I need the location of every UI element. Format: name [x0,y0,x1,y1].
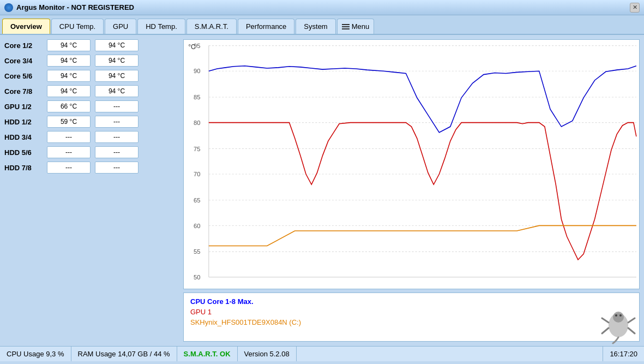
gecko-logo [599,306,637,344]
version-label: Version 5.2.08 [244,350,290,358]
sensor-row-3: Core 7/894 °C94 °C [4,85,179,97]
sensor-row-7: HDD 5/6------ [4,146,179,158]
sensor-row-1: Core 3/494 °C94 °C [4,55,179,67]
sensor-label-8: HDD 7/8 [4,164,43,172]
chart-container: °C 95 90 85 80 75 70 [183,39,640,289]
tab-overview[interactable]: Overview [2,19,50,34]
menu-button[interactable]: Menu [337,19,375,34]
sensor-label-2: Core 5/6 [4,72,43,80]
nav-bar: Overview CPU Temp. GPU HD Temp. S.M.A.R.… [0,15,644,35]
sensor-label-6: HDD 3/4 [4,133,43,141]
tab-hd-temp[interactable]: HD Temp. [137,19,185,34]
sensor-val2-3: 94 °C [95,85,139,97]
sensor-row-5: HDD 1/259 °C--- [4,116,179,128]
menu-label: Menu [352,22,370,31]
svg-point-31 [619,314,622,317]
svg-line-29 [628,328,635,333]
status-bar: CPU Usage 9,3 % RAM Usage 14,07 GB / 44 … [0,346,644,361]
sensor-val2-8: --- [95,162,139,174]
sensor-row-4: GPU 1/266 °C--- [4,100,179,112]
sensor-row-2: Core 5/694 °C94 °C [4,70,179,82]
sensor-val1-4: 66 °C [47,100,91,112]
version-segment: Version 5.2.08 [238,347,297,361]
sensor-row-8: HDD 7/8------ [4,162,179,174]
sensor-val2-2: 94 °C [95,70,139,82]
hamburger-icon [342,24,350,29]
main-content: Core 1/294 °C94 °CCore 3/494 °C94 °CCore… [0,35,644,346]
cpu-usage-segment: CPU Usage 9,3 % [0,347,71,361]
sensor-val2-7: --- [95,146,139,158]
legend-hdd: SKHynix_HFS001TDE9X084N (C:) [190,318,633,326]
window-title: Argus Monitor - NOT REGISTERED [16,3,134,11]
title-bar-left: Argus Monitor - NOT REGISTERED [4,3,134,12]
sensor-val1-0: 94 °C [47,39,91,51]
legend-area: CPU Core 1-8 Max. GPU 1 SKHynix_HFS001TD… [183,293,640,342]
temperature-chart: °C 95 90 85 80 75 70 [184,40,639,289]
time-label: 16:17:20 [610,350,637,358]
smart-status-label: S.M.A.R.T. OK [184,350,231,358]
sensor-label-4: GPU 1/2 [4,103,43,111]
app-icon [4,3,13,12]
left-panel: Core 1/294 °C94 °CCore 3/494 °C94 °CCore… [4,39,179,342]
close-button[interactable]: ✕ [630,3,640,13]
sensor-val1-8: --- [47,162,91,174]
sensor-val2-6: --- [95,131,139,143]
svg-text:95: 95 [194,43,200,49]
legend-cpu: CPU Core 1-8 Max. [190,297,633,306]
sensor-val1-6: --- [47,131,91,143]
tab-smart[interactable]: S.M.A.R.T. [186,19,237,34]
sensor-val2-4: --- [95,100,139,112]
svg-text:80: 80 [194,120,200,126]
ram-usage-segment: RAM Usage 14,07 GB / 44 % [71,347,177,361]
sensor-val1-7: --- [47,146,91,158]
legend-gpu: GPU 1 [190,308,633,316]
smart-status-segment: S.M.A.R.T. OK [177,347,238,361]
sensor-val1-3: 94 °C [47,85,91,97]
tab-gpu[interactable]: GPU [105,19,136,34]
svg-point-30 [615,314,617,317]
tab-system[interactable]: System [296,19,335,34]
sensor-label-1: Core 3/4 [4,57,43,65]
ram-usage-label: RAM Usage 14,07 GB / 44 % [78,350,170,358]
svg-text:50: 50 [194,274,200,281]
sensor-label-0: Core 1/2 [4,41,43,50]
sensor-val1-1: 94 °C [47,55,91,67]
time-segment: 16:17:20 [603,347,644,361]
svg-line-26 [602,318,609,323]
sensor-val2-0: 94 °C [95,39,139,51]
svg-text:60: 60 [194,222,200,229]
svg-text:85: 85 [194,94,200,100]
cpu-usage-label: CPU Usage 9,3 % [7,350,64,358]
svg-line-28 [628,318,635,323]
title-bar: Argus Monitor - NOT REGISTERED ✕ [0,0,644,15]
sensor-val1-5: 59 °C [47,116,91,128]
svg-text:70: 70 [194,171,200,177]
tab-performance[interactable]: Performance [238,19,294,34]
svg-text:65: 65 [194,197,200,204]
svg-text:75: 75 [194,145,200,152]
svg-text:90: 90 [194,68,200,74]
sensor-val2-5: --- [95,116,139,128]
sensor-label-5: HDD 1/2 [4,118,43,126]
svg-line-27 [602,328,609,333]
svg-point-25 [613,312,624,323]
sensor-label-3: Core 7/8 [4,87,43,96]
right-panel: °C 95 90 85 80 75 70 [183,39,640,342]
tab-cpu-temp[interactable]: CPU Temp. [51,19,104,34]
sensor-row-6: HDD 3/4------ [4,131,179,143]
sensor-val2-1: 94 °C [95,55,139,67]
svg-text:55: 55 [194,248,200,255]
sensor-val1-2: 94 °C [47,70,91,82]
sensor-label-7: HDD 5/6 [4,148,43,157]
sensor-row-0: Core 1/294 °C94 °C [4,39,179,51]
